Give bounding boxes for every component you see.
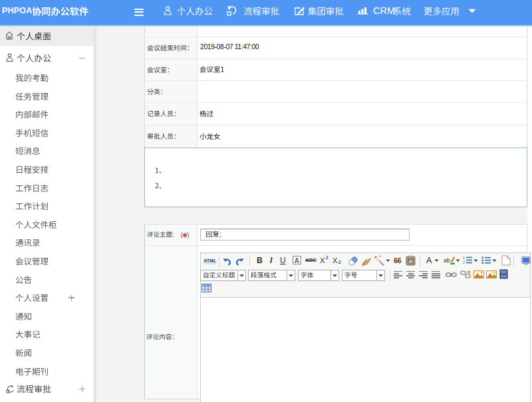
svg-text:2: 2 — [463, 260, 465, 264]
svg-text:A: A — [409, 258, 413, 264]
svg-text:1: 1 — [463, 256, 465, 260]
svg-text:ab: ab — [444, 257, 450, 264]
